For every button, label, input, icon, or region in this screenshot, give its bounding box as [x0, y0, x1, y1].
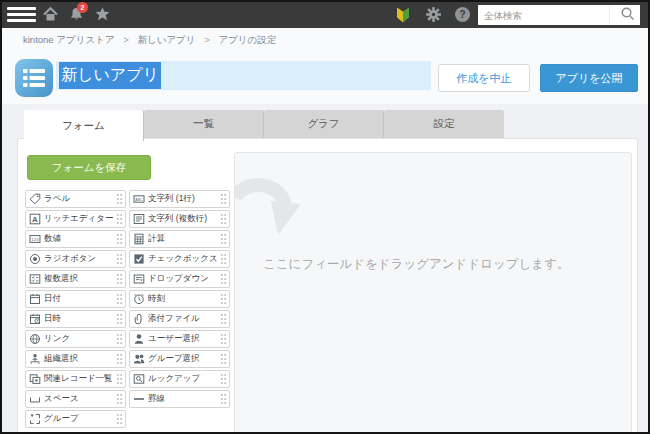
drag-handle-icon[interactable] — [220, 353, 227, 365]
save-form-button[interactable]: フォームを保存 — [27, 155, 151, 180]
tab-chart[interactable]: グラフ — [264, 110, 384, 138]
drag-handle-icon[interactable] — [220, 213, 227, 225]
palette-item-dropdown[interactable]: ドロップダウン — [129, 270, 230, 288]
palette-item-tag[interactable]: ラベル — [25, 190, 126, 208]
svg-text:?: ? — [459, 9, 465, 20]
users-icon — [133, 353, 145, 365]
palette-item-label: 数値 — [44, 233, 116, 245]
global-search-input[interactable] — [478, 5, 609, 25]
palette-item-label: チェックボックス — [148, 253, 220, 265]
palette-item-label: 組織選択 — [44, 353, 116, 365]
palette-item-related[interactable]: 関連レコード一覧 — [25, 370, 126, 388]
calc-icon — [133, 233, 145, 245]
palette-item-hr[interactable]: 罫線 — [129, 390, 230, 408]
notifications-bell-icon[interactable]: 2 — [68, 6, 86, 24]
svg-text:123: 123 — [31, 237, 39, 242]
datetime-icon — [29, 313, 41, 325]
palette-item-users[interactable]: グループ選択 — [129, 350, 230, 368]
form-editor-panel: フォームを保存 ラベルAリッチエディター123数値ラジオボタン複数選択日付日時リ… — [17, 138, 638, 434]
tab-form[interactable]: フォーム — [24, 110, 144, 141]
drag-handle-icon[interactable] — [116, 193, 123, 205]
breadcrumb: kintone アプリストア > 新しいアプリ > アプリの設定 — [23, 34, 276, 47]
drag-handle-icon[interactable] — [220, 313, 227, 325]
drag-handle-icon[interactable] — [116, 393, 123, 405]
palette-item-label: スペース — [44, 393, 116, 405]
palette-item-label: リンク — [44, 333, 116, 345]
global-header: 2 ? — [2, 2, 648, 28]
drag-handle-icon[interactable] — [116, 273, 123, 285]
palette-item-number[interactable]: 123数値 — [25, 230, 126, 248]
palette-item-textmulti[interactable]: 文字列 (複数行) — [129, 210, 230, 228]
drag-handle-icon[interactable] — [220, 193, 227, 205]
palette-item-attach[interactable]: 添付ファイル — [129, 310, 230, 328]
drag-handle-icon[interactable] — [116, 293, 123, 305]
search-icon — [620, 6, 636, 22]
form-dropzone[interactable]: ここにフィールドをドラッグアンドドロップします。 — [234, 152, 632, 434]
tab-list[interactable]: 一覧 — [144, 110, 264, 138]
home-icon[interactable] — [42, 6, 60, 24]
settings-gear-icon[interactable] — [425, 6, 443, 24]
menu-icon[interactable] — [7, 7, 36, 25]
palette-item-calc[interactable]: 計算 — [129, 230, 230, 248]
palette-item-link[interactable]: リンク — [25, 330, 126, 348]
field-palette-left: ラベルAリッチエディター123数値ラジオボタン複数選択日付日時リンク組織選択関連… — [25, 190, 126, 430]
drag-handle-icon[interactable] — [116, 373, 123, 385]
drag-handle-icon[interactable] — [220, 233, 227, 245]
palette-item-label: 計算 — [148, 233, 220, 245]
drag-handle-icon[interactable] — [220, 333, 227, 345]
drag-handle-icon[interactable] — [220, 293, 227, 305]
drag-handle-icon[interactable] — [116, 333, 123, 345]
palette-item-radio[interactable]: ラジオボタン — [25, 250, 126, 268]
drag-handle-icon[interactable] — [116, 313, 123, 325]
help-icon[interactable]: ? — [454, 6, 472, 24]
drag-handle-icon[interactable] — [220, 373, 227, 385]
palette-item-checkbox[interactable]: チェックボックス — [129, 250, 230, 268]
palette-item-time[interactable]: 時刻 — [129, 290, 230, 308]
radio-icon — [29, 253, 41, 265]
breadcrumb-link-new-app[interactable]: 新しいアプリ — [137, 34, 195, 45]
palette-item-groupfield[interactable]: グループ — [25, 410, 126, 428]
palette-item-datetime[interactable]: 日時 — [25, 310, 126, 328]
search-button[interactable] — [609, 5, 640, 25]
drag-handle-icon[interactable] — [116, 413, 123, 425]
palette-item-label: ルックアップ — [148, 373, 220, 385]
palette-item-label: ユーザー選択 — [148, 333, 220, 345]
drag-handle-icon[interactable] — [116, 353, 123, 365]
palette-item-label: グループ選択 — [148, 353, 220, 365]
drop-arrow-icon — [234, 177, 303, 243]
breadcrumb-current: アプリの設定 — [218, 34, 276, 45]
org-icon — [29, 353, 41, 365]
drag-handle-icon[interactable] — [220, 273, 227, 285]
favorites-star-icon[interactable] — [94, 6, 112, 24]
palette-item-multiselect[interactable]: 複数選択 — [25, 270, 126, 288]
breadcrumb-link-appstore[interactable]: kintone アプリストア — [23, 34, 115, 45]
palette-item-label: グループ — [44, 413, 116, 425]
cancel-creation-button[interactable]: 作成を中止 — [438, 64, 530, 92]
palette-item-space[interactable]: スペース — [25, 390, 126, 408]
palette-item-label: リッチエディター — [44, 213, 116, 225]
palette-item-label: 文字列 (複数行) — [148, 213, 220, 225]
drag-handle-icon[interactable] — [116, 233, 123, 245]
palette-item-date[interactable]: 日付 — [25, 290, 126, 308]
hr-icon — [133, 393, 145, 405]
app-list-icon — [23, 68, 45, 88]
drag-handle-icon[interactable] — [220, 393, 227, 405]
groupfield-icon — [29, 413, 41, 425]
palette-item-lookup[interactable]: ルックアップ — [129, 370, 230, 388]
publish-app-button[interactable]: アプリを公開 — [540, 64, 638, 92]
palette-item-org[interactable]: 組織選択 — [25, 350, 126, 368]
multiselect-icon — [29, 273, 41, 285]
notification-badge: 2 — [77, 2, 88, 13]
palette-item-label: 時刻 — [148, 293, 220, 305]
app-name-selected-text: 新しいアプリ — [59, 62, 161, 89]
drag-handle-icon[interactable] — [116, 253, 123, 265]
drag-handle-icon[interactable] — [220, 253, 227, 265]
drag-handle-icon[interactable] — [116, 213, 123, 225]
palette-item-richtext[interactable]: Aリッチエディター — [25, 210, 126, 228]
palette-item-text1[interactable]: ABC文字列 (1行) — [129, 190, 230, 208]
app-name-input[interactable]: 新しいアプリ — [56, 61, 431, 90]
tab-settings[interactable]: 設定 — [384, 110, 504, 138]
getting-started-icon[interactable] — [394, 6, 412, 24]
palette-item-user[interactable]: ユーザー選択 — [129, 330, 230, 348]
breadcrumb-separator: > — [123, 34, 129, 45]
